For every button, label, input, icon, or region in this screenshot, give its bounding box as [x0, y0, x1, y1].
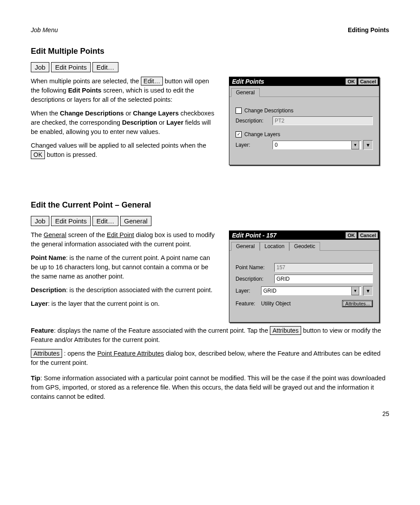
- point-name-input[interactable]: 157: [274, 263, 373, 272]
- layer-side-button[interactable]: ▼: [363, 140, 373, 150]
- dialog1-cancel-button[interactable]: Cancel: [358, 78, 378, 85]
- layer2-dropdown[interactable]: GRID ▼: [261, 286, 361, 295]
- layer2-label: Layer:: [236, 288, 261, 294]
- crumb2-edit[interactable]: Edit…: [92, 216, 118, 226]
- header-right: Editing Points: [348, 26, 389, 33]
- crumb-edit-points[interactable]: Edit Points: [51, 62, 91, 72]
- feature-value: Utility Object: [261, 301, 342, 307]
- change-layers-checkbox[interactable]: ✓: [236, 131, 242, 137]
- section2-heading: Edit the Current Point – General: [31, 201, 389, 210]
- section2-text-left: The General screen of the Edit Point dia…: [31, 230, 216, 313]
- dialog2-cancel-button[interactable]: Cancel: [358, 232, 378, 239]
- dialog2-tab-general[interactable]: General: [231, 242, 260, 251]
- dialog2-titlebar: Edit Point - 157 OK Cancel: [229, 231, 379, 240]
- section1-heading: Edit Multiple Points: [31, 47, 389, 56]
- inline-attributes-button-2[interactable]: Attributes: [31, 349, 62, 358]
- layer2-side-button[interactable]: ▼: [363, 286, 373, 296]
- dialog2-tab-geodetic[interactable]: Geodetic: [289, 242, 320, 251]
- edit-point-dialog: Edit Point - 157 OK Cancel General Locat…: [229, 230, 379, 323]
- page-header: Job Menu Editing Points: [31, 26, 389, 33]
- crumb2-general[interactable]: General: [120, 216, 151, 226]
- change-descriptions-label: Change Descriptions: [244, 108, 293, 114]
- chevron-down-icon[interactable]: ▼: [351, 141, 359, 149]
- description2-input[interactable]: GRID: [274, 275, 373, 283]
- crumb-edit[interactable]: Edit…: [92, 62, 118, 72]
- dialog1-tab-general[interactable]: General: [231, 88, 260, 97]
- description-input[interactable]: PT2: [273, 116, 373, 125]
- section1-text: When multiple points are selected, the E…: [31, 77, 216, 164]
- section1-breadcrumbs: Job Edit Points Edit…: [31, 62, 389, 72]
- crumb-job[interactable]: Job: [31, 62, 49, 72]
- header-left: Job Menu: [31, 26, 58, 33]
- section2-text-full: Feature: displays the name of the Featur…: [31, 326, 389, 401]
- dialog2-tabs: General Location Geodetic: [229, 240, 379, 251]
- change-descriptions-checkbox[interactable]: [236, 108, 242, 114]
- section2-breadcrumbs: Job Edit Points Edit… General: [31, 216, 389, 226]
- dialog2-title: Edit Point - 157: [232, 232, 344, 239]
- feature-label: Feature:: [236, 301, 261, 307]
- point-name-label: Point Name:: [236, 264, 274, 271]
- crumb2-edit-points[interactable]: Edit Points: [51, 216, 91, 226]
- crumb2-job[interactable]: Job: [31, 216, 49, 226]
- inline-attributes-button-1[interactable]: Attributes: [270, 326, 301, 335]
- chevron-down-icon[interactable]: ▼: [351, 286, 359, 295]
- dialog1-titlebar: Edit Points OK Cancel: [229, 77, 379, 86]
- layer-dropdown[interactable]: 0 ▼: [273, 141, 361, 149]
- layer-label: Layer:: [236, 142, 273, 148]
- dialog2-ok-button[interactable]: OK: [345, 232, 357, 239]
- change-layers-label: Change Layers: [244, 131, 280, 137]
- description2-label: Description:: [236, 276, 274, 282]
- dialog1-tabs: General: [229, 86, 379, 97]
- attributes-button[interactable]: Attributes...: [342, 300, 373, 307]
- edit-points-dialog: Edit Points OK Cancel General Change Des…: [229, 77, 379, 165]
- dialog2-tab-location[interactable]: Location: [260, 242, 289, 251]
- dialog1-ok-button[interactable]: OK: [345, 78, 357, 85]
- page-number: 25: [31, 410, 389, 417]
- dialog1-title: Edit Points: [232, 78, 344, 85]
- inline-edit-button[interactable]: Edit…: [141, 77, 163, 85]
- inline-ok-button[interactable]: OK: [31, 150, 45, 159]
- description-label: Description:: [236, 118, 273, 124]
